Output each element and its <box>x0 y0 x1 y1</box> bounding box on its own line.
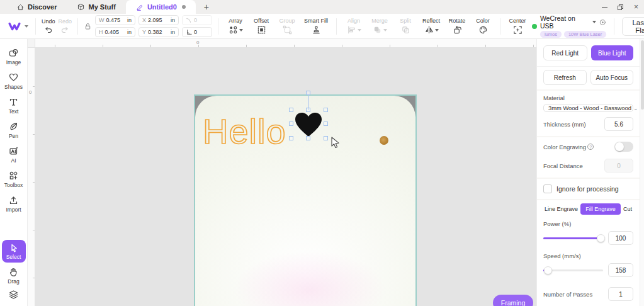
window-controls: × <box>597 0 644 14</box>
canvas[interactable]: 0 0 Hello Frami <box>28 39 536 306</box>
height-field[interactable]: H 0.405 in <box>95 27 135 37</box>
sidebar-item-import[interactable]: Import <box>6 195 21 213</box>
device-settings-gear-icon[interactable] <box>599 18 607 26</box>
divider <box>35 18 36 35</box>
sidebar-item-shapes[interactable]: Shapes <box>4 72 23 90</box>
tool-merge[interactable]: Merge <box>368 18 391 35</box>
handle-top-center[interactable] <box>306 108 310 112</box>
select-tool-label: Select <box>6 254 21 260</box>
device-caret-icon <box>592 21 596 23</box>
tab-fill-engrave[interactable]: Fill Engrave <box>580 203 621 215</box>
device-name: WeCreat on USB <box>540 14 590 30</box>
drag-tool-button[interactable]: Drag <box>8 267 19 285</box>
speed-input[interactable]: 158 <box>608 263 633 277</box>
ignore-processing-checkbox[interactable] <box>543 184 552 193</box>
redo-icon <box>60 25 70 34</box>
tool-center[interactable]: Center <box>506 18 529 35</box>
tool-smart-fill[interactable]: Smart Fill <box>302 18 330 35</box>
x-prefix: X <box>142 17 146 23</box>
sidebar-item-ai[interactable]: AI <box>8 146 19 164</box>
refresh-button[interactable]: Refresh <box>543 70 587 85</box>
unsaved-dot <box>182 5 186 9</box>
speed-slider[interactable] <box>543 266 603 275</box>
undo-icon <box>43 25 53 34</box>
material-dropdown[interactable]: 3mm Wood - Wood - Basswood ⌄ <box>543 104 633 112</box>
tool-align[interactable]: Align <box>342 18 365 35</box>
reflect-caret-icon <box>435 29 439 31</box>
tab-line-engrave[interactable]: Line Engrave <box>542 203 580 215</box>
handle-mid-left[interactable] <box>289 122 293 126</box>
ignore-processing-row[interactable]: Ignore for processing <box>537 179 640 199</box>
tool-group[interactable]: Group <box>276 18 298 35</box>
selection-box[interactable] <box>291 110 325 138</box>
transform-fields: 0 0 <box>182 15 212 37</box>
tool-offset[interactable]: Offset <box>250 18 273 35</box>
rotation-handle[interactable] <box>306 91 310 95</box>
app-logo[interactable] <box>5 21 30 32</box>
scrollbar-thumb[interactable] <box>641 40 644 110</box>
handle-bottom-center[interactable] <box>306 136 310 140</box>
select-tool-button[interactable]: Select <box>2 240 26 263</box>
help-icon[interactable]: ? <box>587 144 594 150</box>
close-button[interactable]: × <box>628 0 644 14</box>
laser-flat-button[interactable]: Laser Flat <box>622 17 644 36</box>
sidebar-item-image[interactable]: Image <box>6 48 21 65</box>
power-input[interactable]: 100 <box>608 231 633 245</box>
tab-my-stuff[interactable]: My Stuff <box>67 0 125 14</box>
thickness-input[interactable]: 5.6 <box>604 117 633 131</box>
tool-array-label: Array <box>229 18 242 24</box>
tab-untitled0[interactable]: Untitled0 <box>126 0 196 14</box>
corner-radius-field[interactable]: 0 <box>182 15 212 25</box>
aspect-lock-button[interactable] <box>84 22 92 31</box>
color-engraving-toggle[interactable] <box>614 142 633 152</box>
tool-merge-label: Merge <box>371 18 388 24</box>
sidebar-item-text[interactable]: Text <box>8 97 19 115</box>
redo-button[interactable]: Redo <box>59 18 72 34</box>
passes-label: Number of Passes <box>543 291 592 298</box>
panel-scrollbar[interactable] <box>640 39 644 306</box>
handle-top-left[interactable] <box>289 108 293 112</box>
device-selector[interactable]: WeCreat on USB lumos 10W Blue Laser <box>532 14 606 38</box>
width-field[interactable]: W 0.475 in <box>95 15 135 25</box>
sidebar-item-toolbox[interactable]: Toolbox <box>4 171 23 188</box>
tab-discover[interactable]: Discover <box>6 0 67 14</box>
handle-top-right[interactable] <box>324 108 328 112</box>
restore-button[interactable] <box>613 0 628 14</box>
ruler-v-zero-label: 0 <box>29 89 31 95</box>
new-tab-button[interactable]: + <box>196 0 217 14</box>
width-unit: in <box>127 17 132 23</box>
power-slider-thumb[interactable] <box>597 234 605 242</box>
speed-slider-thumb[interactable] <box>544 266 552 275</box>
pen-tab-icon <box>136 3 144 11</box>
undo-button[interactable]: Undo <box>42 18 55 34</box>
y-field[interactable]: Y 0.382 in <box>138 27 179 37</box>
minimize-icon <box>602 7 607 8</box>
focal-distance-input[interactable]: 0 <box>604 159 633 173</box>
tool-rotate[interactable]: Rotate <box>446 18 468 35</box>
tool-split[interactable]: Split <box>394 18 417 35</box>
power-slider[interactable] <box>543 234 603 242</box>
height-value: 0.405 <box>105 29 125 35</box>
x-field[interactable]: X 2.095 in <box>138 15 179 25</box>
blue-light-button[interactable]: Blue Light <box>591 45 634 60</box>
auto-focus-button[interactable]: Auto Focus <box>590 70 634 85</box>
tool-reflect[interactable]: Reflect <box>420 18 443 35</box>
layers-button[interactable] <box>8 290 19 302</box>
tab-cut[interactable]: Cut <box>621 203 635 215</box>
sidebar-item-pen[interactable]: Pen <box>8 122 19 139</box>
minimize-button[interactable] <box>597 0 613 14</box>
handle-bottom-left[interactable] <box>289 136 293 140</box>
passes-input[interactable]: 1 <box>608 287 633 301</box>
red-light-button[interactable]: Red Light <box>543 45 587 60</box>
rotation-angle-field[interactable]: 0 <box>182 27 212 37</box>
ruler-h-zero-label: 0 <box>196 40 199 45</box>
framing-button[interactable]: Framing <box>493 295 533 306</box>
hello-text-object[interactable]: Hello <box>202 108 297 154</box>
handle-bottom-right[interactable] <box>324 136 328 140</box>
color-palette-icon <box>478 25 488 35</box>
tool-array[interactable]: Array <box>224 18 247 35</box>
device-badge-model: lumos <box>540 31 562 38</box>
tool-color[interactable]: Color <box>472 18 494 35</box>
handle-mid-right[interactable] <box>324 122 328 126</box>
merge-icon <box>373 25 382 35</box>
